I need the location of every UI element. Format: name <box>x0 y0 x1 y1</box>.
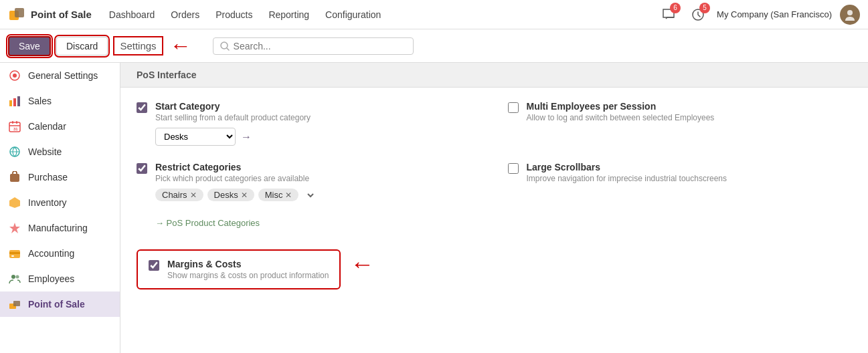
nav-configuration[interactable]: Configuration <box>319 7 387 23</box>
tag-desks-remove[interactable]: ✕ <box>241 191 248 200</box>
tags-row: Chairs ✕ Desks ✕ Misc ✕ <box>155 189 481 201</box>
svg-rect-18 <box>9 252 20 254</box>
sidebar-item-calendar[interactable]: 31 Calendar <box>0 114 120 139</box>
start-category-setting: Start Category Start selling from a defa… <box>137 101 481 122</box>
sidebar-item-point-of-sale[interactable]: Point of Sale <box>0 291 120 317</box>
accounting-icon <box>8 247 21 260</box>
search-box[interactable] <box>213 37 414 55</box>
section-title: PoS Interface <box>137 70 196 80</box>
restrict-categories-setting: Restrict Categories Pick which product c… <box>137 162 481 183</box>
setting-row-1: Start Category Start selling from a defa… <box>137 101 852 146</box>
multi-employees-checkbox[interactable] <box>508 102 519 113</box>
pos-categories-link-text[interactable]: → PoS Product Categories <box>155 218 260 228</box>
svg-rect-15 <box>10 174 19 182</box>
sidebar-label-calendar: Calendar <box>28 121 66 132</box>
pos-logo-icon <box>8 5 27 24</box>
general-settings-icon <box>8 69 21 82</box>
sidebar-item-general-settings[interactable]: General Settings <box>0 63 120 88</box>
svg-rect-19 <box>11 255 14 257</box>
employees-icon <box>8 272 21 285</box>
nav-orders[interactable]: Orders <box>164 7 206 23</box>
start-category-select[interactable]: Desks <box>155 128 236 146</box>
start-category-dropdown-row: Desks → <box>155 128 481 146</box>
company-name: My Company (San Francisco) <box>717 9 832 19</box>
margins-costs-checkbox[interactable] <box>149 260 159 271</box>
sidebar-item-website[interactable]: Website <box>0 139 120 164</box>
settings-title: Settings <box>116 39 160 53</box>
purchase-icon <box>8 170 21 184</box>
main-content: PoS Interface Start Category Start selli… <box>120 63 868 353</box>
save-button[interactable]: Save <box>8 36 51 56</box>
svg-point-3 <box>847 10 853 15</box>
sidebar-label-general-settings: General Settings <box>28 70 98 81</box>
toolbar: Save Discard Settings ← <box>0 29 868 63</box>
restrict-categories-col: Restrict Categories Pick which product c… <box>137 162 481 201</box>
multi-employees-setting: Multi Employees per Session Allow to log… <box>508 101 853 122</box>
svg-rect-1 <box>15 8 24 17</box>
start-category-content: Start Category Start selling from a defa… <box>155 101 311 122</box>
sidebar-item-accounting[interactable]: Accounting <box>0 241 120 266</box>
restrict-categories-checkbox[interactable] <box>137 163 147 174</box>
user-avatar[interactable] <box>840 5 860 25</box>
multi-employees-label: Multi Employees per Session <box>527 101 715 112</box>
start-category-link-arrow[interactable]: → <box>241 131 252 143</box>
discard-button[interactable]: Discard <box>56 37 108 55</box>
sidebar-label-website: Website <box>28 146 62 157</box>
sidebar-item-sales[interactable]: Sales <box>0 88 120 114</box>
app-title: Point of Sale <box>31 9 92 20</box>
sidebar-label-manufacturing: Manufacturing <box>28 223 88 233</box>
sidebar-label-inventory: Inventory <box>28 197 67 208</box>
tag-misc-remove[interactable]: ✕ <box>285 191 292 200</box>
calendar-icon: 31 <box>8 120 21 133</box>
sidebar-item-manufacturing[interactable]: Manufacturing <box>0 215 120 241</box>
nav-dashboard[interactable]: Dashboard <box>102 7 162 23</box>
manufacturing-icon <box>8 221 21 235</box>
restrict-categories-content: Restrict Categories Pick which product c… <box>155 162 309 183</box>
margins-costs-desc: Show margins & costs on product informat… <box>167 271 329 280</box>
sales-icon <box>8 94 21 108</box>
margins-costs-content: Margins & Costs Show margins & costs on … <box>167 259 329 280</box>
svg-point-21 <box>16 275 19 279</box>
start-category-col: Start Category Start selling from a defa… <box>137 101 481 146</box>
nav-right: 6 5 My Company (San Francisco) <box>658 4 860 25</box>
tag-desks-label: Desks <box>214 190 238 200</box>
search-input[interactable] <box>234 41 406 51</box>
tag-misc-label: Misc <box>265 190 283 200</box>
messages-button[interactable]: 6 <box>658 4 679 25</box>
website-icon <box>8 145 21 158</box>
pos-categories-link[interactable]: → PoS Product Categories <box>155 217 852 228</box>
tag-chairs-remove[interactable]: ✕ <box>190 191 197 200</box>
section-header: PoS Interface <box>120 63 868 88</box>
messages-badge: 6 <box>670 3 681 13</box>
margins-costs-box: Margins & Costs Show margins & costs on … <box>137 249 341 289</box>
sidebar-label-sales: Sales <box>28 96 52 106</box>
sidebar-item-inventory[interactable]: Inventory <box>0 190 120 215</box>
top-nav: Point of Sale Dashboard Orders Products … <box>0 0 868 29</box>
start-category-desc: Start selling from a default product cat… <box>155 113 311 122</box>
alerts-button[interactable]: 5 <box>687 4 709 25</box>
arrow-annotation-margins: ← <box>350 250 374 278</box>
large-scrollbars-checkbox[interactable] <box>508 163 519 174</box>
sidebar-item-employees[interactable]: Employees <box>0 266 120 291</box>
large-scrollbars-desc: Improve navigation for imprecise industr… <box>527 174 727 183</box>
tag-chairs-label: Chairs <box>162 190 187 200</box>
main-layout: General Settings Sales 31 Calendar Websi… <box>0 63 868 353</box>
sidebar-label-accounting: Accounting <box>28 248 74 259</box>
svg-rect-11 <box>12 121 13 124</box>
multi-employees-content: Multi Employees per Session Allow to log… <box>527 101 715 122</box>
sidebar-label-purchase: Purchase <box>28 172 68 183</box>
tag-chairs: Chairs ✕ <box>155 189 203 201</box>
start-category-checkbox[interactable] <box>137 102 147 113</box>
point-of-sale-icon <box>8 298 21 311</box>
sidebar-item-purchase[interactable]: Purchase <box>0 164 120 190</box>
avatar-icon <box>844 9 856 21</box>
settings-body: Start Category Start selling from a defa… <box>120 88 868 303</box>
app-logo[interactable]: Point of Sale <box>8 5 92 24</box>
nav-reporting[interactable]: Reporting <box>262 7 316 23</box>
svg-rect-12 <box>16 121 17 124</box>
svg-rect-9 <box>17 96 20 106</box>
large-scrollbars-setting: Large Scrollbars Improve navigation for … <box>508 162 853 183</box>
svg-rect-7 <box>9 100 12 106</box>
nav-products[interactable]: Products <box>209 7 259 23</box>
tags-add-select[interactable] <box>302 189 316 201</box>
